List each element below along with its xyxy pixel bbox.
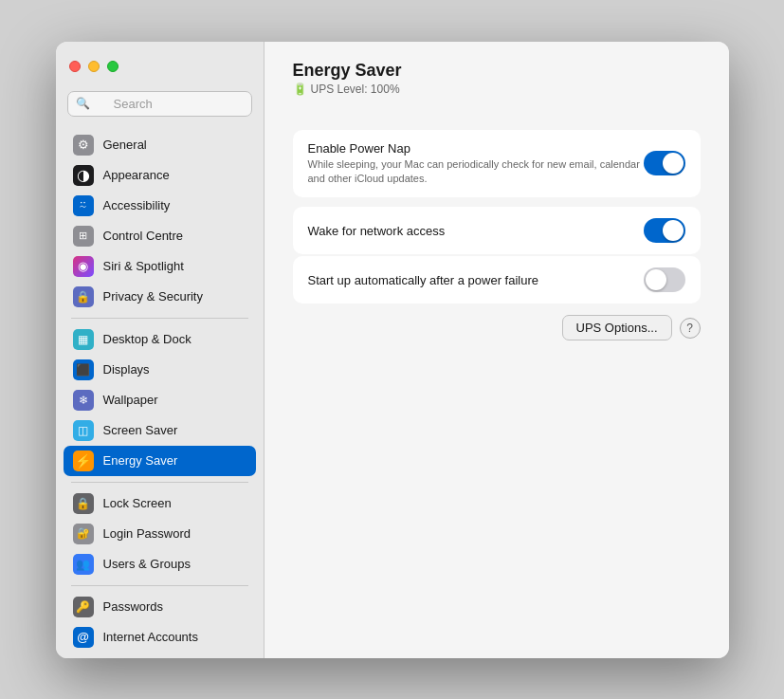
search-icon: 🔍 — [76, 97, 90, 110]
sidebar-item-accessibility[interactable]: ⍨ Accessibility — [64, 191, 256, 221]
sidebar-label-wallpaper: Wallpaper — [103, 393, 158, 407]
power-nap-row: Enable Power Nap While sleeping, your Ma… — [293, 130, 701, 198]
lock-screen-icon: 🔒 — [73, 493, 94, 514]
accessibility-icon: ⍨ — [73, 195, 94, 216]
startup-power-failure-toggle-knob — [646, 269, 666, 290]
search-container: 🔍 — [56, 91, 264, 126]
sidebar-label-general: General — [103, 138, 147, 152]
passwords-icon: 🔑 — [73, 597, 94, 617]
power-nap-toggle-knob — [663, 153, 684, 174]
sidebar-label-accessibility: Accessibility — [103, 198, 171, 212]
titlebar — [56, 42, 264, 91]
sidebar: 🔍 ⚙ General ◑ Appearance ⍨ Accessibility… — [56, 42, 264, 658]
sidebar-item-siri-spotlight[interactable]: ◉ Siri & Spotlight — [64, 251, 256, 282]
wake-network-row: Wake for network access — [293, 207, 701, 254]
sidebar-label-users-groups: Users & Groups — [103, 557, 191, 571]
power-nap-toggle[interactable] — [644, 151, 685, 175]
help-button[interactable]: ? — [680, 318, 701, 339]
startup-power-failure-item: Start up automatically after a power fai… — [293, 256, 701, 304]
power-nap-desc: While sleeping, your Mac can periodicall… — [308, 157, 644, 187]
main-content: Energy Saver 🔋 UPS Level: 100% Enable Po… — [264, 42, 729, 658]
screen-saver-icon: ◫ — [73, 420, 94, 441]
sidebar-item-general[interactable]: ⚙ General — [64, 130, 256, 160]
startup-power-failure-toggle[interactable] — [644, 267, 685, 292]
page-subtitle: 🔋 UPS Level: 100% — [293, 83, 701, 96]
sidebar-label-control-centre: Control Centre — [103, 229, 184, 243]
control-centre-icon: ⊞ — [73, 226, 94, 247]
sidebar-item-internet-accounts[interactable]: @ Internet Accounts — [64, 622, 256, 653]
sidebar-item-screen-saver[interactable]: ◫ Screen Saver — [64, 415, 256, 446]
siri-icon: ◉ — [73, 256, 94, 277]
sidebar-label-internet-accounts: Internet Accounts — [103, 630, 198, 644]
wake-network-toggle-knob — [663, 220, 684, 241]
search-input[interactable] — [95, 97, 242, 111]
general-icon: ⚙ — [73, 135, 94, 156]
wallpaper-icon: ❄ — [73, 390, 94, 411]
energy-saver-icon: ⚡ — [73, 451, 94, 471]
maximize-button[interactable] — [107, 61, 119, 72]
ups-options-button[interactable]: UPS Options... — [562, 315, 672, 340]
sidebar-item-energy-saver[interactable]: ⚡ Energy Saver — [64, 446, 256, 476]
wake-network-toggle[interactable] — [644, 218, 685, 243]
startup-power-failure-row: Start up automatically after a power fai… — [293, 256, 701, 304]
startup-power-failure-label-group: Start up automatically after a power fai… — [308, 273, 644, 287]
sidebar-item-desktop-dock[interactable]: ▦ Desktop & Dock — [64, 324, 256, 355]
wake-network-item: Wake for network access — [293, 207, 701, 254]
displays-icon: ⬛ — [73, 359, 94, 380]
sidebar-item-wallpaper[interactable]: ❄ Wallpaper — [64, 385, 256, 415]
sidebar-item-users-groups[interactable]: 👥 Users & Groups — [64, 549, 256, 579]
divider-2 — [71, 482, 248, 483]
sidebar-item-control-centre[interactable]: ⊞ Control Centre — [64, 221, 256, 251]
desktop-dock-icon: ▦ — [73, 329, 94, 350]
privacy-icon: 🔒 — [73, 286, 94, 307]
ups-level-text: UPS Level: 100% — [311, 83, 400, 96]
divider-3 — [71, 585, 248, 586]
wake-network-label-group: Wake for network access — [308, 224, 644, 238]
content-body: Enable Power Nap While sleeping, your Ma… — [264, 111, 729, 658]
sidebar-label-privacy-security: Privacy & Security — [103, 289, 203, 304]
content-header: Energy Saver 🔋 UPS Level: 100% — [264, 42, 729, 111]
sidebar-item-passwords[interactable]: 🔑 Passwords — [64, 592, 256, 622]
sidebar-label-lock-screen: Lock Screen — [103, 496, 172, 510]
sidebar-label-passwords: Passwords — [103, 599, 164, 614]
battery-icon: 🔋 — [293, 83, 307, 96]
appearance-icon: ◑ — [73, 165, 94, 186]
sidebar-label-screen-saver: Screen Saver — [103, 423, 178, 437]
sidebar-label-login-password: Login Password — [103, 526, 191, 541]
page-title: Energy Saver — [293, 61, 701, 81]
bottom-actions: UPS Options... ? — [293, 305, 701, 340]
sidebar-scroll: ⚙ General ◑ Appearance ⍨ Accessibility ⊞… — [56, 126, 264, 658]
internet-accounts-icon: @ — [73, 627, 94, 648]
power-nap-label: Enable Power Nap — [308, 141, 644, 156]
sidebar-label-siri-spotlight: Siri & Spotlight — [103, 259, 184, 273]
wake-network-label: Wake for network access — [308, 224, 644, 238]
close-button[interactable] — [69, 61, 81, 72]
sidebar-label-displays: Displays — [103, 362, 150, 377]
sidebar-item-appearance[interactable]: ◑ Appearance — [64, 160, 256, 191]
sidebar-label-appearance: Appearance — [103, 168, 170, 182]
sidebar-item-login-password[interactable]: 🔐 Login Password — [64, 519, 256, 549]
startup-power-failure-label: Start up automatically after a power fai… — [308, 273, 644, 287]
main-window: 🔍 ⚙ General ◑ Appearance ⍨ Accessibility… — [56, 42, 729, 658]
login-password-icon: 🔐 — [73, 524, 94, 544]
sidebar-label-energy-saver: Energy Saver — [103, 453, 178, 468]
sidebar-item-privacy-security[interactable]: 🔒 Privacy & Security — [64, 282, 256, 312]
power-nap-item: Enable Power Nap While sleeping, your Ma… — [293, 130, 701, 198]
sidebar-item-lock-screen[interactable]: 🔒 Lock Screen — [64, 488, 256, 519]
sidebar-label-desktop-dock: Desktop & Dock — [103, 332, 191, 346]
minimize-button[interactable] — [88, 61, 100, 72]
power-nap-label-group: Enable Power Nap While sleeping, your Ma… — [308, 141, 644, 187]
sidebar-item-displays[interactable]: ⬛ Displays — [64, 355, 256, 385]
divider-1 — [71, 318, 248, 319]
users-groups-icon: 👥 — [73, 554, 94, 575]
